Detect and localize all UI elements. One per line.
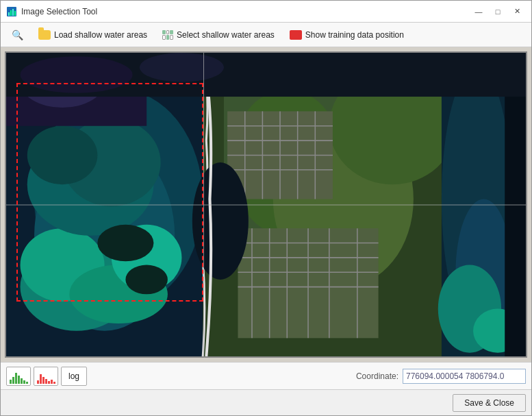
search-icon: 🔍 bbox=[11, 29, 23, 41]
svg-rect-4 bbox=[14, 11, 16, 16]
svg-point-55 bbox=[140, 53, 224, 82]
search-button[interactable]: 🔍 bbox=[5, 26, 29, 44]
footer-bar: Save & Close bbox=[1, 389, 531, 415]
window-title: Image Selection Tool bbox=[21, 7, 470, 16]
svg-rect-2 bbox=[10, 10, 12, 16]
crosshair-vertical bbox=[203, 53, 204, 356]
green-histogram-icon bbox=[10, 370, 28, 384]
svg-rect-3 bbox=[12, 9, 14, 16]
toolbar: 🔍 Load shallow water areas Select shallo… bbox=[1, 23, 531, 47]
maximize-button[interactable]: □ bbox=[489, 5, 507, 19]
select-shallow-water-button[interactable]: Select shallow water areas bbox=[156, 26, 281, 44]
load-shallow-water-button[interactable]: Load shallow water areas bbox=[32, 26, 153, 44]
histogram-green-button[interactable] bbox=[6, 367, 31, 386]
folder-icon bbox=[38, 30, 51, 40]
main-window: Image Selection Tool — □ ✕ 🔍 Load shallo… bbox=[0, 0, 532, 416]
close-button[interactable]: ✕ bbox=[508, 5, 526, 19]
select-button-label: Select shallow water areas bbox=[177, 30, 275, 40]
status-bar: log Coordinate: 776094.000054 7806794.0 bbox=[1, 362, 531, 389]
log-button[interactable]: log bbox=[61, 367, 87, 386]
selection-rectangle bbox=[16, 83, 203, 302]
show-training-button[interactable]: Show training data position bbox=[283, 26, 410, 44]
training-button-label: Show training data position bbox=[305, 30, 404, 40]
coordinate-label: Coordinate: bbox=[356, 371, 398, 381]
load-button-label: Load shallow water areas bbox=[54, 30, 147, 40]
image-container[interactable] bbox=[5, 51, 527, 358]
save-close-button[interactable]: Save & Close bbox=[453, 394, 526, 412]
app-icon bbox=[6, 6, 17, 17]
histogram-red-button[interactable] bbox=[34, 367, 58, 386]
window-controls: — □ ✕ bbox=[470, 5, 526, 19]
red-square-icon bbox=[290, 30, 302, 40]
main-image-area bbox=[1, 47, 531, 362]
grid-icon bbox=[162, 30, 173, 40]
svg-rect-1 bbox=[8, 12, 10, 16]
minimize-button[interactable]: — bbox=[470, 5, 487, 19]
red-histogram-icon bbox=[37, 370, 55, 384]
coordinate-value: 776094.000054 7806794.0 bbox=[403, 369, 526, 384]
title-bar: Image Selection Tool — □ ✕ bbox=[1, 1, 531, 23]
